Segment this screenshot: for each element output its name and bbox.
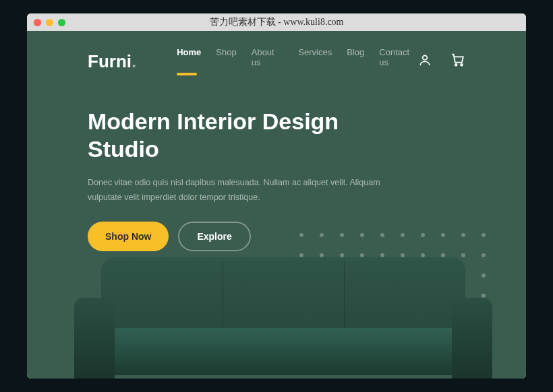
nav-links: Home Shop About us Services Blog Contact… [177, 47, 418, 75]
brand-name: Furni [88, 51, 132, 71]
nav-link-home[interactable]: Home [177, 47, 201, 75]
nav-link-contact[interactable]: Contact us [379, 47, 418, 75]
minimize-window-button[interactable] [46, 19, 53, 26]
svg-point-0 [423, 55, 428, 60]
brand-logo[interactable]: Furni. [88, 51, 136, 72]
sofa-image [74, 257, 492, 379]
nav-link-blog[interactable]: Blog [347, 47, 364, 75]
hero-content: Modern Interior Design Studio Donec vita… [27, 75, 445, 251]
close-window-button[interactable] [34, 19, 41, 26]
explore-button[interactable]: Explore [178, 222, 250, 251]
nav-link-shop[interactable]: Shop [216, 47, 236, 75]
site-hero-section: Furni. Home Shop About us Services Blog … [27, 31, 526, 379]
nav-link-services[interactable]: Services [298, 47, 332, 75]
svg-point-1 [455, 64, 457, 66]
svg-point-2 [461, 64, 463, 66]
main-nav: Furni. Home Shop About us Services Blog … [27, 31, 526, 75]
traffic-lights [34, 19, 65, 26]
user-icon[interactable] [418, 53, 432, 69]
nav-link-about[interactable]: About us [252, 47, 284, 75]
hero-title: Modern Interior Design Studio [88, 108, 384, 163]
shop-now-button[interactable]: Shop Now [88, 222, 169, 251]
brand-dot: . [132, 51, 136, 71]
title-bar: 苦力吧素材下载 - www.kuli8.com [27, 13, 526, 31]
nav-icons [418, 53, 465, 70]
browser-window: 苦力吧素材下载 - www.kuli8.com Furni. Home Shop… [27, 13, 526, 379]
maximize-window-button[interactable] [58, 19, 65, 26]
cart-icon[interactable] [450, 53, 465, 70]
hero-description: Donec vitae odio quis nisl dapibus males… [88, 175, 384, 205]
window-title: 苦力吧素材下载 - www.kuli8.com [27, 16, 526, 28]
